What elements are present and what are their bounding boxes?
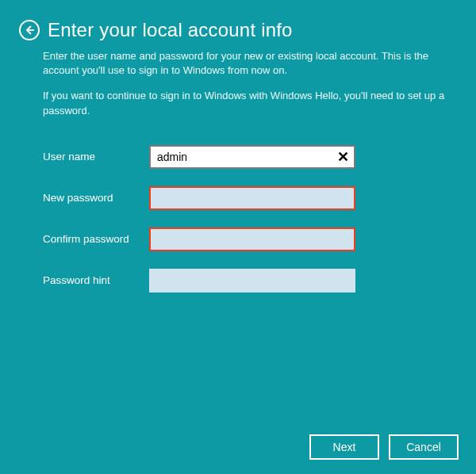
new-password-input[interactable] — [149, 186, 355, 210]
back-arrow-icon — [24, 25, 35, 36]
page-title: Enter your local account info — [48, 19, 293, 41]
password-hint-label: Password hint — [43, 274, 149, 286]
username-input[interactable] — [149, 145, 355, 169]
close-icon: ✕ — [337, 148, 349, 166]
back-button[interactable] — [19, 20, 40, 40]
next-button[interactable]: Next — [309, 434, 379, 460]
cancel-button[interactable]: Cancel — [389, 434, 459, 460]
password-hint-input[interactable] — [149, 269, 355, 292]
new-password-label: New password — [43, 192, 149, 204]
clear-username-button[interactable]: ✕ — [333, 145, 352, 169]
confirm-password-label: Confirm password — [43, 233, 149, 245]
description-text-2: If you want to continue to sign in to Wi… — [43, 89, 454, 117]
confirm-password-input[interactable] — [149, 227, 355, 251]
username-label: User name — [43, 151, 149, 162]
description-text-1: Enter the user name and password for you… — [43, 49, 454, 78]
